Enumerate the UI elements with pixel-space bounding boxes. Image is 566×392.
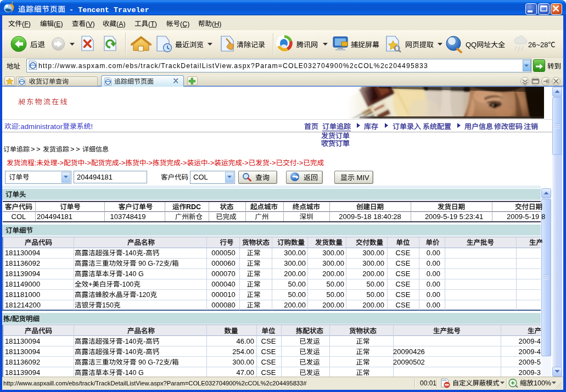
svg-text:MIV: MIV (355, 173, 369, 182)
svg-text::administrator: :administrator (19, 122, 63, 131)
svg-text:300.00: 300.00 (322, 249, 344, 257)
svg-text:20090502: 20090502 (393, 358, 425, 366)
svg-text:47.00: 47.00 (237, 368, 255, 377)
svg-text:204494181: 204494181 (77, 173, 113, 181)
svg-text:50.00: 50.00 (327, 280, 345, 288)
svg-text:300.00: 300.00 (362, 259, 384, 267)
svg-text:181139094: 181139094 (5, 368, 40, 377)
svg-text:http://www.aspxam.com/ebs/trac: http://www.aspxam.com/ebs/track/TrackDet… (38, 62, 428, 70)
svg-text:2009-4: 2009-4 (519, 348, 541, 356)
svg-text:(F): (F) (22, 20, 31, 28)
svg-text:CSE: CSE (396, 290, 411, 299)
svg-text:-140: -140 (123, 338, 137, 345)
svg-text:2009-5: 2009-5 (519, 358, 541, 366)
svg-text:/: / (10, 315, 13, 323)
svg-text:->: -> (146, 159, 153, 167)
svg-text:90 G-72: 90 G-72 (137, 359, 164, 366)
svg-text:0.00: 0.00 (427, 290, 440, 299)
svg-text:50.00: 50.00 (288, 290, 306, 299)
svg-text:90 G-72: 90 G-72 (137, 260, 164, 267)
svg-text:2009-5-18 18:40:28: 2009-5-18 18:40:28 (339, 212, 401, 221)
svg-text:26~28: 26~28 (528, 41, 548, 49)
svg-text:300.00: 300.00 (362, 249, 384, 257)
svg-text:000080: 000080 (211, 301, 235, 309)
svg-text:50.00: 50.00 (367, 280, 385, 288)
svg-text:(V): (V) (86, 20, 95, 28)
svg-text:000050: 000050 (211, 249, 235, 257)
svg-text:0.00: 0.00 (427, 280, 440, 288)
svg-text:2009-3: 2009-3 (519, 368, 541, 377)
svg-text:->: -> (297, 159, 304, 167)
svg-text:100%: 100% (534, 379, 551, 387)
svg-text:254.00: 254.00 (232, 348, 254, 356)
svg-text:-100: -100 (120, 281, 133, 288)
svg-text:20090426: 20090426 (393, 348, 425, 356)
svg-text:50.00: 50.00 (327, 290, 345, 299)
svg-text:COL: COL (12, 212, 26, 221)
svg-text:(E): (E) (54, 20, 63, 28)
svg-text:(C): (C) (180, 20, 189, 28)
svg-text:181149000: 181149000 (5, 280, 40, 288)
svg-text:(H): (H) (212, 20, 221, 28)
svg-text:181139094: 181139094 (5, 270, 40, 278)
svg-text:200.00: 200.00 (362, 301, 384, 309)
svg-text:181181000: 181181000 (5, 290, 40, 299)
svg-text:http://www.aspxaill.com/ebs/tr: http://www.aspxaill.com/ebs/track/TrackD… (3, 380, 307, 387)
svg-text:CSE: CSE (396, 301, 411, 309)
svg-text:2009-5-19 8: 2009-5-19 8 (507, 212, 545, 221)
svg-text:-140: -140 (123, 249, 137, 257)
svg-text:CSE: CSE (396, 249, 411, 257)
svg-text:000010: 000010 (211, 290, 235, 299)
svg-text:CSE: CSE (396, 270, 411, 278)
svg-text:-120: -120 (137, 291, 150, 299)
svg-text:200.00: 200.00 (284, 301, 306, 309)
svg-text:300.00: 300.00 (322, 259, 344, 267)
svg-text:(A): (A) (116, 20, 126, 28)
svg-text:->: -> (119, 159, 126, 167)
svg-text:181130094: 181130094 (5, 337, 40, 345)
svg-text:!: ! (91, 122, 93, 131)
svg-text:>>: >> (31, 145, 42, 153)
svg-text:QQ: QQ (466, 41, 477, 49)
svg-text:CSE: CSE (261, 368, 276, 377)
svg-text:300.00: 300.00 (284, 259, 306, 267)
svg-text:181130094: 181130094 (5, 348, 40, 356)
svg-text:-: - (143, 249, 145, 257)
svg-text:200.00: 200.00 (362, 270, 384, 278)
svg-text:2009-5-19 5:23:41: 2009-5-19 5:23:41 (425, 212, 483, 221)
svg-text:->: -> (85, 159, 91, 167)
svg-text:/: / (170, 260, 172, 267)
svg-text:50.00: 50.00 (367, 290, 385, 299)
svg-text:181136092: 181136092 (5, 358, 40, 366)
svg-text:COL: COL (193, 173, 208, 181)
svg-text:>>: >> (70, 145, 81, 153)
svg-text:0.00: 0.00 (427, 249, 440, 257)
svg-text:181136092: 181136092 (5, 259, 40, 267)
svg-text:CSE: CSE (396, 259, 411, 267)
svg-text:+: + (88, 281, 92, 288)
svg-text:300.00: 300.00 (284, 249, 306, 257)
svg-text:000060: 000060 (211, 259, 235, 267)
svg-text:CSE: CSE (261, 337, 276, 345)
svg-text:0.00: 0.00 (427, 259, 440, 267)
svg-text:->: -> (208, 159, 215, 167)
svg-text:181214200: 181214200 (5, 301, 41, 309)
svg-text:0.00: 0.00 (427, 270, 440, 278)
svg-text:-140 G: -140 G (123, 369, 144, 377)
svg-text:-: - (143, 338, 145, 345)
svg-text:->: -> (242, 159, 249, 167)
svg-text:CSE: CSE (396, 280, 411, 288)
svg-text:103748419: 103748419 (110, 212, 146, 221)
svg-text:- Tencent Traveler: - Tencent Traveler (69, 6, 149, 14)
svg-text:200.00: 200.00 (284, 270, 306, 278)
svg-text:000040: 000040 (211, 280, 235, 288)
svg-text:50.00: 50.00 (288, 280, 306, 288)
svg-text:200.00: 200.00 (322, 301, 344, 309)
svg-text:0.00: 0.00 (427, 301, 440, 309)
svg-text:181130094: 181130094 (5, 249, 40, 257)
svg-text:-140 G: -140 G (123, 270, 144, 278)
svg-text:2009-4: 2009-4 (519, 337, 541, 345)
svg-text::: : (35, 159, 37, 167)
svg-text:-: - (143, 348, 145, 356)
svg-text:204494181: 204494181 (37, 212, 72, 221)
